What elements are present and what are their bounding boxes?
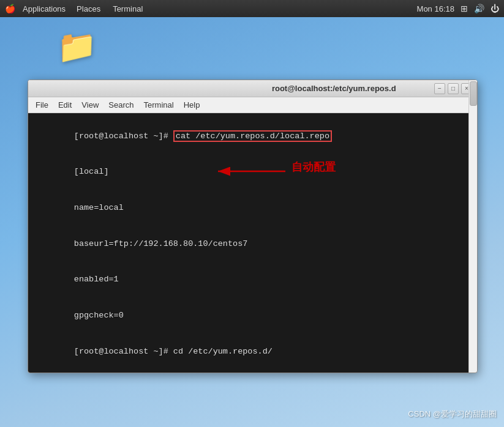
taskbar-left: 🍎 Applications Places Terminal xyxy=(5,3,148,15)
terminal-area: [root@localhost ~]# cat /etc/yum.repos.d… xyxy=(28,113,477,373)
menu-edit[interactable]: Edit xyxy=(53,99,77,111)
power-icon[interactable]: ⏻ xyxy=(491,4,499,13)
line6-text: gpgcheck=0 xyxy=(74,311,124,320)
line7-text: [root@localhost ~]# cd /etc/yum.repos.d/ xyxy=(74,347,273,356)
taskbar-right: Mon 16:18 ⊞ 🔊 ⏻ xyxy=(417,4,499,13)
terminal-line-6: gpgcheck=0 xyxy=(34,297,471,333)
line3-text: name=local xyxy=(74,203,124,212)
folder-icon: 📁 xyxy=(57,31,97,62)
terminal-line-8: [root@localhost yum.repos.d]# ls xyxy=(34,369,471,373)
line5-text: enabled=1 xyxy=(74,275,119,284)
command-highlight: cat /etc/yum.repos.d/local.repo xyxy=(173,130,332,142)
minimize-button[interactable]: − xyxy=(434,83,445,94)
terminal-line-3: name=local xyxy=(34,190,471,226)
title-bar: root@localhost:/etc/yum.repos.d − □ × xyxy=(28,80,477,97)
menu-file[interactable]: File xyxy=(31,99,53,111)
terminal-line-1: [root@localhost ~]# cat /etc/yum.repos.d… xyxy=(34,118,471,154)
menu-terminal[interactable]: Terminal xyxy=(139,99,179,111)
terminal-line-2: [local] xyxy=(34,154,471,190)
terminal-line-5: enabled=1 xyxy=(34,262,471,298)
network-icon[interactable]: ⊞ xyxy=(461,4,468,13)
taskbar-places[interactable]: Places xyxy=(72,3,105,15)
maximize-button[interactable]: □ xyxy=(448,83,459,94)
terminal-line-4: baseurl=ftp://192.168.80.10/centos7 xyxy=(34,226,471,262)
desktop-folder[interactable]: 📁 xyxy=(55,31,98,62)
prompt-1: [root@localhost ~]# xyxy=(74,132,173,141)
terminal-window: root@localhost:/etc/yum.repos.d − □ × Fi… xyxy=(28,80,478,373)
apple-icon: 🍎 xyxy=(5,4,15,13)
watermark: CSDN @爱学习的甜甜圈 xyxy=(408,409,497,420)
terminal-scrollbar[interactable] xyxy=(468,113,477,373)
terminal-content[interactable]: [root@localhost ~]# cat /etc/yum.repos.d… xyxy=(28,113,477,373)
volume-icon[interactable]: 🔊 xyxy=(474,4,484,13)
window-title: root@localhost:/etc/yum.repos.d xyxy=(234,84,435,93)
line2-text: [local] xyxy=(74,167,109,176)
line4-text: baseurl=ftp://192.168.80.10/centos7 xyxy=(74,239,248,248)
menu-search[interactable]: Search xyxy=(103,99,138,111)
taskbar-time: Mon 16:18 xyxy=(417,4,454,13)
window-controls: − □ × xyxy=(434,83,472,94)
taskbar-terminal[interactable]: Terminal xyxy=(108,3,148,15)
terminal-line-7: [root@localhost ~]# cd /etc/yum.repos.d/ xyxy=(34,333,471,369)
menu-view[interactable]: View xyxy=(77,99,103,111)
menu-help[interactable]: Help xyxy=(179,99,205,111)
taskbar: 🍎 Applications Places Terminal Mon 16:18… xyxy=(0,0,504,17)
menu-bar: File Edit View Search Terminal Help xyxy=(28,97,477,113)
taskbar-apps[interactable]: Applications xyxy=(19,3,69,15)
